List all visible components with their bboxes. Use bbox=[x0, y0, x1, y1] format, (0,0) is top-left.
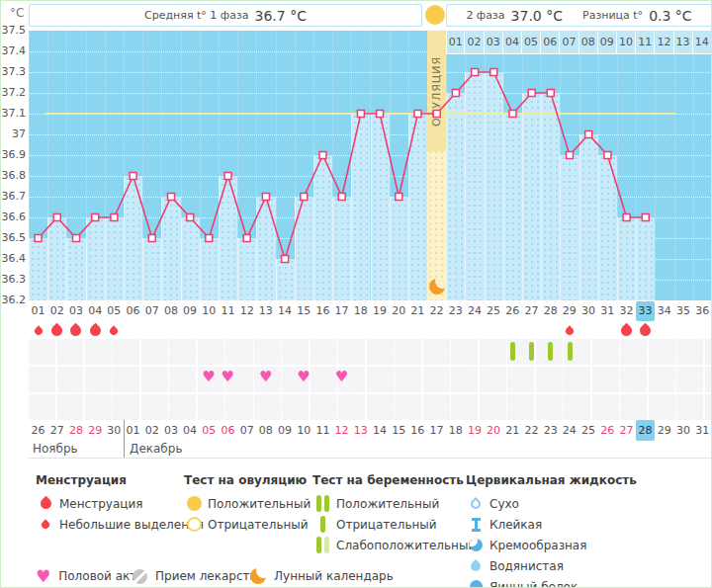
cycle-day-cell[interactable]: 19 bbox=[370, 301, 389, 321]
temperature-plot: ОВУЛЯЦИЯ0102030405060708091011121314 bbox=[29, 31, 712, 300]
pregnancy-test-row bbox=[29, 339, 712, 365]
cycle-day-cell[interactable]: 27 bbox=[522, 301, 541, 321]
cycle-day-cell[interactable]: 23 bbox=[446, 301, 465, 321]
cycle-day-cell[interactable]: 33 bbox=[636, 301, 655, 321]
cycle-day-cell[interactable]: 07 bbox=[142, 301, 161, 321]
calendar-date-cell[interactable]: 04 bbox=[181, 420, 200, 441]
legend-item: Водянистая bbox=[466, 555, 637, 576]
cycle-day-cell[interactable]: 18 bbox=[351, 301, 370, 321]
calendar-date-cell[interactable]: 27 bbox=[47, 420, 66, 441]
cycle-day-cell[interactable]: 34 bbox=[655, 301, 673, 321]
calendar-date-cell[interactable]: 29 bbox=[86, 420, 105, 441]
cycle-day-cell[interactable]: 32 bbox=[617, 301, 636, 321]
cycle-day-cell[interactable]: 10 bbox=[200, 301, 219, 321]
cycle-day-cell[interactable]: 21 bbox=[408, 301, 427, 321]
cycle-day-cell[interactable]: 08 bbox=[161, 301, 180, 321]
phase2-summary: 2 фаза 37.0 °C Разница t° 0.3 °C bbox=[446, 4, 712, 27]
calendar-date-cell[interactable]: 29 bbox=[655, 420, 673, 441]
cycle-day-cell[interactable]: 28 bbox=[541, 301, 560, 321]
month-label-december: Декабрь bbox=[130, 442, 182, 456]
cycle-day-cell[interactable]: 12 bbox=[237, 301, 256, 321]
cycle-day-cell[interactable]: 31 bbox=[598, 301, 617, 321]
cycle-day-cell[interactable]: 01 bbox=[29, 301, 47, 321]
cycle-day-cell[interactable]: 03 bbox=[66, 301, 85, 321]
calendar-date-cell[interactable]: 27 bbox=[617, 420, 636, 441]
cycle-day-cell[interactable]: 09 bbox=[181, 301, 200, 321]
cycle-day-cell[interactable]: 13 bbox=[256, 301, 275, 321]
calendar-date-cell[interactable]: 12 bbox=[332, 420, 351, 441]
cycle-day-cell[interactable]: 17 bbox=[332, 301, 351, 321]
calendar-date-cell[interactable]: 07 bbox=[237, 420, 256, 441]
ovu-negative-icon bbox=[187, 517, 202, 532]
calendar-date-cell[interactable]: 28 bbox=[636, 420, 655, 441]
calendar-date-cell[interactable]: 01 bbox=[124, 420, 142, 441]
cycle-day-cell[interactable]: 24 bbox=[465, 301, 484, 321]
cycle-day-cell[interactable]: 35 bbox=[673, 301, 692, 321]
calendar-date-cell[interactable]: 26 bbox=[29, 420, 47, 441]
cycle-day-cell[interactable]: 14 bbox=[275, 301, 294, 321]
calendar-date-cell[interactable]: 15 bbox=[390, 420, 408, 441]
cycle-day-cell[interactable]: 20 bbox=[390, 301, 408, 321]
pregnancy-test-negative-icon bbox=[568, 342, 573, 361]
calendar-date-cell[interactable]: 23 bbox=[541, 420, 560, 441]
legend-section-title: Менструация bbox=[36, 473, 204, 487]
cycle-day-cell[interactable]: 30 bbox=[578, 301, 597, 321]
legend-section-title: Тест на беременность bbox=[312, 473, 476, 487]
calendar-date-cell[interactable]: 25 bbox=[578, 420, 597, 441]
cycle-day-cell[interactable]: 36 bbox=[693, 301, 712, 321]
phase1-label: Средняя t° 1 фаза bbox=[144, 9, 249, 22]
calendar-date-cell[interactable]: 30 bbox=[105, 420, 124, 441]
calendar-date-cell[interactable]: 06 bbox=[219, 420, 237, 441]
calendar-date-cell[interactable]: 19 bbox=[465, 420, 484, 441]
cycle-day-cell[interactable]: 06 bbox=[124, 301, 142, 321]
y-tick-label: 37.2 bbox=[1, 86, 26, 99]
calendar-date-cell[interactable]: 17 bbox=[427, 420, 446, 441]
calendar-date-cell[interactable]: 11 bbox=[313, 420, 332, 441]
cycle-day-cell[interactable]: 29 bbox=[560, 301, 578, 321]
calendar-date-cell[interactable]: 09 bbox=[275, 420, 294, 441]
calendar-date-cell[interactable]: 18 bbox=[446, 420, 465, 441]
cycle-day-cell[interactable]: 22 bbox=[427, 301, 446, 321]
y-tick-label: 37.4 bbox=[1, 44, 26, 57]
calendar-date-cell[interactable]: 16 bbox=[408, 420, 427, 441]
calendar-date-cell[interactable]: 13 bbox=[351, 420, 370, 441]
y-tick-label: 36.3 bbox=[1, 273, 26, 286]
calendar-date-cell[interactable]: 30 bbox=[673, 420, 692, 441]
legend-section: МенструацияМенструацияНебольшие выделени… bbox=[36, 473, 204, 535]
legend-icon-cell bbox=[466, 580, 486, 588]
calendar-date-cell[interactable]: 28 bbox=[66, 420, 85, 441]
legend-section: Тест на овуляциюПоложительныйОтрицательн… bbox=[184, 473, 311, 535]
medication-icon bbox=[133, 569, 147, 584]
calendar-date-cell[interactable]: 05 bbox=[200, 420, 219, 441]
legend-item-label: Менструация bbox=[59, 497, 142, 511]
pregnancy-test-negative-icon bbox=[529, 342, 534, 361]
calendar-date-cell[interactable]: 31 bbox=[693, 420, 712, 441]
cycle-day-cell[interactable]: 15 bbox=[295, 301, 313, 321]
cycle-day-cell[interactable]: 11 bbox=[219, 301, 237, 321]
calendar-date-cell[interactable]: 10 bbox=[295, 420, 313, 441]
cycle-day-cell[interactable]: 16 bbox=[313, 301, 332, 321]
preg-positive-icon bbox=[316, 495, 329, 512]
calendar-date-cell[interactable]: 02 bbox=[142, 420, 161, 441]
calendar-date-cell[interactable]: 24 bbox=[560, 420, 578, 441]
cycle-day-cell[interactable]: 05 bbox=[105, 301, 124, 321]
cycle-day-cell[interactable]: 04 bbox=[86, 301, 105, 321]
cycle-day-cell[interactable]: 26 bbox=[503, 301, 522, 321]
calendar-date-cell[interactable]: 14 bbox=[370, 420, 389, 441]
menses-small-icon bbox=[40, 519, 50, 530]
calendar-date-cell[interactable]: 03 bbox=[161, 420, 180, 441]
cycle-day-cell[interactable]: 25 bbox=[485, 301, 503, 321]
calendar-date-cell[interactable]: 26 bbox=[598, 420, 617, 441]
cycle-day-row: 0102030405060708091011121314151617181920… bbox=[29, 301, 712, 321]
phase2-value: 37.0 °C bbox=[511, 8, 563, 24]
menstruation-drop-icon bbox=[33, 325, 44, 336]
cycle-day-cell[interactable]: 02 bbox=[47, 301, 66, 321]
y-tick-label: 36.2 bbox=[1, 294, 26, 306]
calendar-date-cell[interactable]: 21 bbox=[503, 420, 522, 441]
calendar-date-cell[interactable]: 08 bbox=[256, 420, 275, 441]
calendar-date-cell[interactable]: 22 bbox=[522, 420, 541, 441]
calendar-date-cell[interactable]: 20 bbox=[485, 420, 503, 441]
legend-item: Лунный календарь bbox=[250, 566, 394, 586]
intercourse-heart-icon: ♥ bbox=[222, 370, 234, 384]
menses-large-icon bbox=[38, 496, 53, 512]
